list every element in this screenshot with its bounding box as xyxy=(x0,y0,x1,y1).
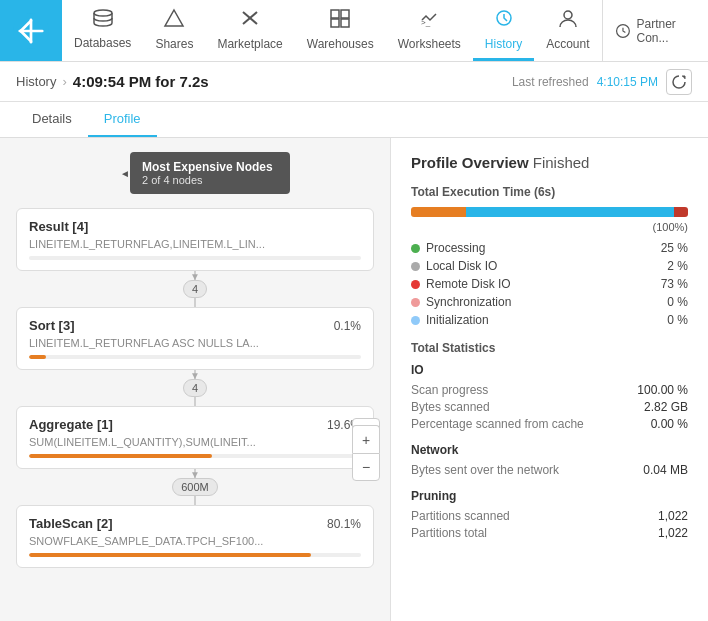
breadcrumb-title: 4:09:54 PM for 7.2s xyxy=(73,73,209,90)
nav-partner[interactable]: Partner Con... xyxy=(602,0,708,61)
breadcrumb-bar: History › 4:09:54 PM for 7.2s Last refre… xyxy=(0,62,708,102)
node-sort-bar xyxy=(29,355,361,359)
nav-databases-label: Databases xyxy=(74,36,131,50)
connector-label-1: 4 xyxy=(183,280,207,298)
exec-time-label: Total Execution Time (6s) xyxy=(411,185,688,199)
nav-item-worksheets[interactable]: >_ Worksheets xyxy=(386,0,473,61)
legend-row: Remote Disk IO 73 % xyxy=(411,277,688,291)
stat-value: 0.04 MB xyxy=(643,463,688,477)
stats-group: Network Bytes sent over the network 0.04… xyxy=(411,443,688,477)
legend-left: Local Disk IO xyxy=(411,259,497,273)
stat-row: Bytes scanned 2.82 GB xyxy=(411,400,688,414)
nav-warehouses-label: Warehouses xyxy=(307,37,374,51)
marketplace-icon xyxy=(239,8,261,33)
stat-row: Partitions scanned 1,022 xyxy=(411,509,688,523)
zoom-out-button[interactable]: − xyxy=(352,453,380,481)
stats-group: Pruning Partitions scanned 1,022 Partiti… xyxy=(411,489,688,540)
connector-3: ▼ 600M xyxy=(16,469,374,505)
breadcrumb-history-link[interactable]: History xyxy=(16,74,56,89)
stats-group-title: Pruning xyxy=(411,489,688,503)
legend-dot xyxy=(411,298,420,307)
connector-label-2: 4 xyxy=(183,379,207,397)
nav-item-shares[interactable]: Shares xyxy=(143,0,205,61)
partner-label: Partner Con... xyxy=(636,17,696,45)
breadcrumb-right: Last refreshed 4:10:15 PM xyxy=(512,69,692,95)
top-nav: Databases Shares Marketplace Warehouses xyxy=(0,0,708,62)
account-icon xyxy=(557,8,579,33)
nav-item-warehouses[interactable]: Warehouses xyxy=(295,0,386,61)
tab-profile[interactable]: Profile xyxy=(88,102,157,137)
legend-label: Processing xyxy=(426,241,485,255)
nav-item-history[interactable]: History xyxy=(473,0,534,61)
legend-left: Synchronization xyxy=(411,295,511,309)
legend-container: Processing 25 % Local Disk IO 2 % Remote… xyxy=(411,241,688,327)
refresh-button[interactable] xyxy=(666,69,692,95)
node-result-detail: LINEITEM.L_RETURNFLAG,LINEITEM.L_LIN... xyxy=(29,238,361,250)
node-result-bar xyxy=(29,256,361,260)
stat-label: Percentage scanned from cache xyxy=(411,417,584,431)
zoom-in-button[interactable]: + xyxy=(352,425,380,453)
legend-value: 2 % xyxy=(667,259,688,273)
node-aggregate[interactable]: Aggregate [1] 19.6% SUM(LINEITEM.L_QUANT… xyxy=(16,406,374,469)
node-aggregate-bar xyxy=(29,454,361,458)
nav-shares-label: Shares xyxy=(155,37,193,51)
legend-left: Initialization xyxy=(411,313,489,327)
profile-overview-title: Profile Overview Finished xyxy=(411,154,688,171)
legend-value: 73 % xyxy=(661,277,688,291)
legend-dot xyxy=(411,244,420,253)
node-tablescan-bar xyxy=(29,553,361,557)
exec-pct: (100%) xyxy=(653,221,688,233)
stat-value: 1,022 xyxy=(658,526,688,540)
stat-row: Percentage scanned from cache 0.00 % xyxy=(411,417,688,431)
stats-group-title: Network xyxy=(411,443,688,457)
svg-point-15 xyxy=(564,11,572,19)
exec-time-bar xyxy=(411,207,688,217)
node-sort-name: Sort [3] xyxy=(29,318,75,333)
legend-row: Processing 25 % xyxy=(411,241,688,255)
last-refreshed-time: 4:10:15 PM xyxy=(597,75,658,89)
nav-item-account[interactable]: Account xyxy=(534,0,601,61)
legend-row: Initialization 0 % xyxy=(411,313,688,327)
node-result-name: Result [4] xyxy=(29,219,88,234)
stats-group: IO Scan progress 100.00 % Bytes scanned … xyxy=(411,363,688,431)
svg-rect-9 xyxy=(331,10,339,18)
svg-rect-12 xyxy=(341,19,349,27)
stats-group-title: IO xyxy=(411,363,688,377)
legend-row: Local Disk IO 2 % xyxy=(411,259,688,273)
total-statistics: Total Statistics IO Scan progress 100.00… xyxy=(411,341,688,540)
node-sort[interactable]: Sort [3] 0.1% LINEITEM.L_RETURNFLAG ASC … xyxy=(16,307,374,370)
connector-label-3: 600M xyxy=(172,478,218,496)
stat-label: Bytes scanned xyxy=(411,400,490,414)
node-tablescan-name: TableScan [2] xyxy=(29,516,113,531)
node-aggregate-name: Aggregate [1] xyxy=(29,417,113,432)
tooltip-title: Most Expensive Nodes xyxy=(142,160,278,174)
databases-icon xyxy=(92,9,114,32)
node-sort-pct: 0.1% xyxy=(334,319,361,333)
nav-marketplace-label: Marketplace xyxy=(217,37,282,51)
nav-history-label: History xyxy=(485,37,522,51)
worksheets-icon: >_ xyxy=(418,8,440,33)
legend-label: Initialization xyxy=(426,313,489,327)
history-icon xyxy=(493,8,515,33)
stat-value: 1,022 xyxy=(658,509,688,523)
shares-icon xyxy=(163,8,185,33)
stat-label: Scan progress xyxy=(411,383,488,397)
tab-details[interactable]: Details xyxy=(16,102,88,137)
nav-worksheets-label: Worksheets xyxy=(398,37,461,51)
legend-dot xyxy=(411,262,420,271)
stat-row: Scan progress 100.00 % xyxy=(411,383,688,397)
legend-dot xyxy=(411,316,420,325)
main-content: Most Expensive Nodes 2 of 4 nodes Result… xyxy=(0,138,708,621)
svg-point-5 xyxy=(94,10,112,16)
warehouses-icon xyxy=(329,8,351,33)
nav-logo[interactable] xyxy=(0,0,62,61)
node-tablescan[interactable]: TableScan [2] 80.1% SNOWFLAKE_SAMPLE_DAT… xyxy=(16,505,374,568)
legend-left: Remote Disk IO xyxy=(411,277,511,291)
node-result[interactable]: Result [4] LINEITEM.L_RETURNFLAG,LINEITE… xyxy=(16,208,374,271)
legend-label: Remote Disk IO xyxy=(426,277,511,291)
nav-item-databases[interactable]: Databases xyxy=(62,0,143,61)
breadcrumb-left: History › 4:09:54 PM for 7.2s xyxy=(16,73,209,90)
profile-overview-panel: Profile Overview Finished Total Executio… xyxy=(390,138,708,621)
nav-item-marketplace[interactable]: Marketplace xyxy=(205,0,294,61)
node-sort-detail: LINEITEM.L_RETURNFLAG ASC NULLS LA... xyxy=(29,337,361,349)
